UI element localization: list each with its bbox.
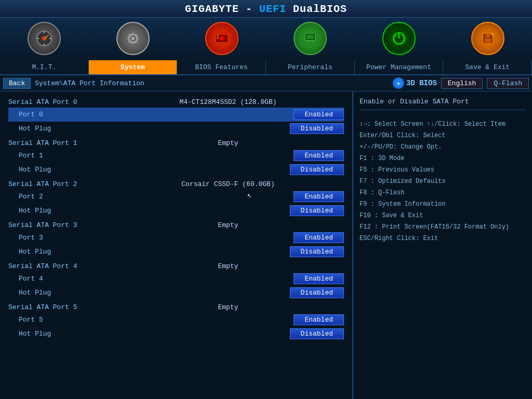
sata-label-5: Serial ATA Port 5 xyxy=(8,303,112,311)
breadcrumb-bar: Back System\ATA Port Information ✦ 3D BI… xyxy=(0,75,532,91)
shortcut-7: F9 : System Information xyxy=(360,198,526,210)
tab-peripherals[interactable]: Peripherals xyxy=(266,60,355,74)
sata-hotplug-row-3[interactable]: Hot Plug Disabled xyxy=(8,245,344,259)
port-2-enabled-btn[interactable]: Enabled xyxy=(294,191,344,202)
sata-header-2: Serial ATA Port 2 Corsair CSSD-F (60.0GB… xyxy=(8,179,344,190)
shortcut-5: F7 : Optimized Defaults xyxy=(360,176,526,187)
tab-system[interactable]: System xyxy=(89,60,178,74)
sata-row-port-3[interactable]: Port 3 Enabled xyxy=(8,231,344,245)
nav-icon-power[interactable] xyxy=(355,22,444,56)
svg-point-19 xyxy=(221,37,223,39)
sata-label-4: Serial ATA Port 4 xyxy=(8,262,112,270)
nav-icon-system[interactable] xyxy=(89,22,178,56)
bios-icon xyxy=(205,22,238,55)
sata-hotplug-label-1: Hot Plug xyxy=(19,166,290,174)
shortcut-6: F8 : Q-Flash xyxy=(360,187,526,198)
help-text: Enable or Disable SATA Port xyxy=(360,98,526,110)
shortcut-3: F1 : 3D Mode xyxy=(360,153,526,164)
nav-icon-peripherals[interactable] xyxy=(266,22,355,56)
sata-group-0: Serial ATA Port 0 M4-CT128M4SSD2 (128.0G… xyxy=(8,97,344,136)
tab-bios[interactable]: BIOS Features xyxy=(177,60,266,74)
port-4-enabled-btn[interactable]: Enabled xyxy=(294,273,344,284)
sata-hotplug-row-4[interactable]: Hot Plug Disabled xyxy=(8,286,344,300)
sata-port-label-3: Port 3 xyxy=(19,234,294,242)
tab-save[interactable]: Save & Exit xyxy=(443,60,532,74)
sata-group-1: Serial ATA Port 1 Empty Port 1 Enabled H… xyxy=(8,138,344,177)
header-title: GIGABYTE - UEFI DualBIOS xyxy=(185,3,347,15)
sata-row-port-5[interactable]: Port 5 Enabled xyxy=(8,313,344,327)
shortcut-9: F12 : Print Screen(FAT16/32 Format Only) xyxy=(360,221,526,233)
sata-row-port-2[interactable]: Port 2 ↖ Enabled xyxy=(8,190,344,204)
bios-badge-icon: ✦ xyxy=(393,77,404,89)
sata-header-4: Serial ATA Port 4 Empty xyxy=(8,261,344,272)
svg-rect-27 xyxy=(308,42,312,43)
shortcut-10: ESC/Right Click: Exit xyxy=(360,233,526,244)
sata-device-4: Empty xyxy=(112,262,344,270)
svg-point-8 xyxy=(131,37,135,40)
nav-icon-save[interactable] xyxy=(443,22,532,56)
qflash-button[interactable]: Q-Flash xyxy=(487,78,529,89)
hotplug-0-btn[interactable]: Disabled xyxy=(290,123,344,134)
right-panel: Enable or Disable SATA Port ↕→: Select S… xyxy=(353,91,532,399)
tab-mit[interactable]: M.I.T. xyxy=(0,60,89,74)
hotplug-3-btn[interactable]: Disabled xyxy=(290,246,344,257)
port-1-enabled-btn[interactable]: Enabled xyxy=(294,150,344,161)
sata-port-label-0: Port 0 xyxy=(19,111,294,118)
main-content: Serial ATA Port 0 M4-CT128M4SSD2 (128.0G… xyxy=(0,91,532,399)
app-root: GIGABYTE - UEFI DualBIOS xyxy=(0,0,532,399)
shortcut-4: F5 : Previous Values xyxy=(360,164,526,176)
sata-header-5: Serial ATA Port 5 Empty xyxy=(8,302,344,313)
sata-port-label-4: Port 4 xyxy=(19,275,294,283)
sata-header-0: Serial ATA Port 0 M4-CT128M4SSD2 (128.0G… xyxy=(8,97,344,108)
app-header: GIGABYTE - UEFI DualBIOS xyxy=(0,0,532,18)
svg-rect-34 xyxy=(486,34,490,37)
cursor-icon: ↖ xyxy=(247,191,251,200)
port-3-enabled-btn[interactable]: Enabled xyxy=(294,232,344,243)
sata-hotplug-label-4: Hot Plug xyxy=(19,289,290,297)
save-icon xyxy=(471,22,504,55)
shortcut-0: ↕→: Select Screen ↑↓/Click: Select Item xyxy=(360,118,526,130)
nav-icons-bar xyxy=(0,18,532,60)
sata-hotplug-row-2[interactable]: Hot Plug Disabled xyxy=(8,204,344,218)
peripherals-icon xyxy=(294,22,327,55)
tab-power[interactable]: Power Management xyxy=(355,60,444,74)
system-icon xyxy=(116,22,150,55)
nav-tabs: M.I.T. System BIOS Features Peripherals … xyxy=(0,60,532,75)
sata-group-3: Serial ATA Port 3 Empty Port 3 Enabled H… xyxy=(8,220,344,259)
hotplug-5-btn[interactable]: Disabled xyxy=(290,328,344,339)
sata-hotplug-row-1[interactable]: Hot Plug Disabled xyxy=(8,163,344,177)
nav-icon-bios[interactable] xyxy=(177,22,266,56)
hotplug-4-btn[interactable]: Disabled xyxy=(290,287,344,298)
back-button[interactable]: Back xyxy=(3,78,31,89)
sata-port-label-1: Port 1 xyxy=(19,152,294,159)
port-0-enabled-btn[interactable]: Enabled xyxy=(294,109,344,120)
sata-header-1: Serial ATA Port 1 Empty xyxy=(8,138,344,149)
sata-hotplug-row-0[interactable]: Hot Plug Disabled xyxy=(8,122,344,136)
sata-group-4: Serial ATA Port 4 Empty Port 4 Enabled H… xyxy=(8,261,344,300)
sata-hotplug-label-5: Hot Plug xyxy=(19,330,290,338)
language-button[interactable]: English xyxy=(441,78,483,89)
sata-device-2: Corsair CSSD-F (60.0GB) xyxy=(112,180,344,188)
shortcut-8: F10 : Save & Exit xyxy=(360,210,526,221)
sata-label-2: Serial ATA Port 2 xyxy=(8,180,112,188)
sata-label-1: Serial ATA Port 1 xyxy=(8,139,112,147)
mit-icon xyxy=(28,22,61,55)
sata-row-port-0[interactable]: Port 0 Enabled xyxy=(8,108,344,122)
hotplug-1-btn[interactable]: Disabled xyxy=(290,164,344,175)
svg-line-14 xyxy=(136,42,138,43)
svg-line-15 xyxy=(136,34,138,36)
bios-3d-badge: ✦ 3D BIOS xyxy=(393,77,437,89)
port-5-enabled-btn[interactable]: Enabled xyxy=(294,314,344,325)
hotplug-2-btn[interactable]: Disabled xyxy=(290,205,344,216)
sata-label-0: Serial ATA Port 0 xyxy=(8,98,112,106)
nav-icon-mit[interactable] xyxy=(0,22,89,56)
sata-hotplug-label-0: Hot Plug xyxy=(19,125,290,132)
sata-row-port-1[interactable]: Port 1 Enabled xyxy=(8,149,344,163)
sata-row-port-4[interactable]: Port 4 Enabled xyxy=(8,272,344,286)
sata-device-5: Empty xyxy=(112,303,344,311)
svg-rect-24 xyxy=(307,35,314,39)
sata-hotplug-row-5[interactable]: Hot Plug Disabled xyxy=(8,327,344,341)
svg-line-13 xyxy=(129,34,130,36)
sata-device-0: M4-CT128M4SSD2 (128.0GB) xyxy=(112,98,344,106)
sata-group-5: Serial ATA Port 5 Empty Port 5 Enabled H… xyxy=(8,302,344,341)
